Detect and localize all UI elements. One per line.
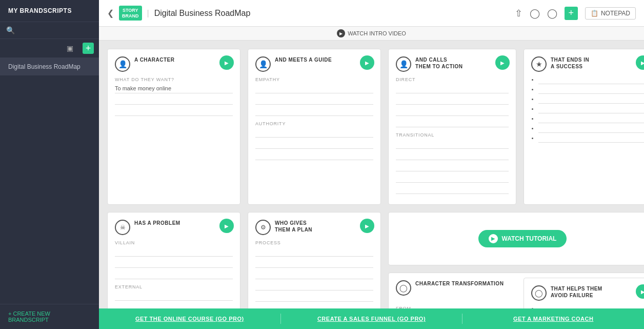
bottom-bar-section-2[interactable]: CREATE A SALES FUNNEL (GO PRO) — [281, 316, 462, 322]
direct-label: DIRECT — [396, 77, 509, 82]
direct-line-4 — [396, 119, 509, 127]
page-title: Digital Business RoadMap — [154, 9, 251, 18]
calls-action-icon: 👤 — [396, 56, 411, 72]
export-button[interactable]: ⇧ — [515, 8, 522, 19]
has-problem-icon: ☠ — [115, 220, 130, 235]
helps-avoid-list — [531, 306, 644, 308]
external-label: EXTERNAL — [115, 284, 233, 289]
character-play-button[interactable]: ▶ — [219, 55, 234, 70]
header: ❮ STORY BRAND | Digital Business RoadMap… — [99, 0, 644, 27]
process-line-3 — [255, 271, 373, 279]
add-button[interactable]: + — [565, 7, 578, 20]
bottom-bar-section-3[interactable]: GET A MARKETING COACH — [462, 316, 644, 322]
bottom-section3-bold: MARKETING COACH — [533, 316, 594, 322]
gives-plan-play-button[interactable]: ▶ — [360, 219, 374, 233]
card-ends-success: ★ THAT ENDS IN A SUCCESS ▶ — [524, 49, 644, 205]
bottom-bar-section-1[interactable]: GET THE ONLINE COURSE (GO PRO) — [99, 316, 280, 322]
intro-text: WATCH INTRO VIDEO — [348, 30, 406, 36]
villain-line-2 — [115, 260, 233, 268]
helps-avoid-icon: ◯ — [531, 285, 547, 301]
character-icon: 👤 — [115, 56, 130, 72]
card-guide: 👤 AND MEETS A GUIDE ▶ EMPATHY AUTHORITY — [248, 49, 381, 205]
canvas-grid: 👤 A CHARACTER ▶ WHAT DO THEY WANT? To ma… — [107, 49, 640, 308]
gives-plan-title: WHO GIVES THEM A PLAN — [275, 220, 312, 233]
empathy-line-2 — [255, 96, 373, 105]
add-brandscript-button[interactable]: + — [83, 43, 94, 54]
main-area: ❮ STORY BRAND | Digital Business RoadMap… — [99, 0, 644, 329]
bottom-section2-pre: CREATE A — [317, 316, 349, 322]
sidebar-item-digital-business[interactable]: Digital Business RoadMap — [0, 58, 99, 75]
process-line-4 — [255, 282, 373, 291]
search-input[interactable] — [18, 27, 93, 34]
bottom-section1-post: (GO PRO) — [214, 316, 244, 322]
search-icon: 🔍 — [6, 26, 15, 34]
character-field-label: WHAT DO THEY WANT? — [115, 77, 233, 82]
card-character: 👤 A CHARACTER ▶ WHAT DO THEY WANT? To ma… — [107, 49, 240, 205]
calls-action-play-button[interactable]: ▶ — [495, 55, 510, 70]
empathy-label: EMPATHY — [255, 77, 373, 82]
guide-play-button[interactable]: ▶ — [360, 55, 374, 70]
bottom-section3-pre: GET A — [513, 316, 533, 322]
direct-line-3 — [396, 108, 509, 116]
villain-line-3 — [115, 271, 233, 279]
villain-line-1 — [115, 248, 233, 257]
account-button[interactable]: ◯ — [547, 8, 557, 19]
bottom-bar: GET THE ONLINE COURSE (GO PRO) CREATE A … — [99, 308, 644, 329]
header-actions: ⇧ ◯ ◯ + 📋 NOTEPAD — [515, 7, 636, 20]
authority-label: AUTHORITY — [255, 121, 373, 126]
transitional-line-1 — [396, 141, 509, 149]
authority-line-1 — [255, 129, 373, 138]
external-line-1 — [115, 293, 233, 301]
sidebar-search-area: 🔍 — [0, 22, 99, 39]
transformation-title: CHARACTER TRANSFORMATION — [415, 280, 504, 287]
authority-line-3 — [255, 152, 373, 160]
character-field-value: To make money online — [115, 85, 233, 93]
header-divider: | — [147, 9, 149, 18]
success-line-3 — [538, 96, 644, 104]
character-title: A CHARACTER — [134, 56, 174, 63]
has-problem-title: HAS A PROBLEM — [134, 220, 180, 226]
intro-play-icon: ▶ — [337, 29, 345, 37]
card-helps-avoid: ◯ THAT HELPS THEM AVOID FAILURE ▶ — [524, 278, 644, 308]
process-line-2 — [255, 260, 373, 268]
bottom-section1-bold: ONLINE COURSE — [164, 316, 214, 322]
direct-line-2 — [396, 96, 509, 105]
character-line-2 — [115, 108, 233, 116]
transitional-line-3 — [396, 163, 509, 171]
card-calls-action: 👤 AND CALLS THEM TO ACTION ▶ DIRECT TRAN… — [388, 49, 516, 205]
helps-avoid-title: THAT HELPS THEM AVOID FAILURE — [551, 285, 602, 299]
ends-success-list — [531, 77, 644, 143]
create-new-brandscript-button[interactable]: + CREATE NEW BRANDSCRIPT — [0, 304, 99, 329]
tutorial-play-icon: ▶ — [489, 234, 498, 243]
guide-icon: 👤 — [255, 56, 271, 72]
success-line-6 — [538, 126, 644, 133]
external-line-2 — [115, 304, 233, 308]
grid-view-button[interactable]: ▣ — [62, 42, 78, 54]
has-problem-play-button[interactable]: ▶ — [219, 219, 234, 233]
avoid-line-1 — [538, 306, 644, 308]
notepad-button[interactable]: 📋 NOTEPAD — [585, 7, 636, 20]
collapse-sidebar-button[interactable]: ❮ — [107, 8, 114, 18]
card-character-header: 👤 A CHARACTER — [115, 56, 233, 72]
transitional-label: TRANSITIONAL — [396, 132, 509, 138]
success-line-2 — [538, 87, 644, 94]
ends-success-title: THAT ENDS IN A SUCCESS — [551, 56, 589, 70]
process-label: PROCESS — [255, 240, 373, 245]
from-label: FROM — [396, 306, 519, 308]
card-guide-header: 👤 AND MEETS A GUIDE — [255, 56, 373, 72]
calls-action-title: AND CALLS THEM TO ACTION — [415, 56, 463, 70]
empathy-line-3 — [255, 108, 373, 116]
watch-tutorial-button[interactable]: ▶ WATCH TUTORIAL — [478, 230, 567, 247]
success-line-5 — [538, 116, 644, 123]
character-line-1 — [115, 96, 233, 105]
history-button[interactable]: ◯ — [530, 8, 540, 19]
canvas-area: 👤 A CHARACTER ▶ WHAT DO THEY WANT? To ma… — [99, 41, 644, 308]
transitional-line-4 — [396, 175, 509, 183]
card-gives-plan: ⚙ WHO GIVES THEM A PLAN ▶ PROCESS AGREEM… — [248, 212, 381, 308]
card-helps-avoid-header: ◯ THAT HELPS THEM AVOID FAILURE — [531, 285, 644, 301]
villain-label: VILLAIN — [115, 240, 233, 245]
authority-line-2 — [255, 141, 373, 149]
bottom-section2-post: (GO PRO) — [395, 316, 426, 322]
direct-line-1 — [396, 85, 509, 93]
process-line-5 — [255, 294, 373, 302]
